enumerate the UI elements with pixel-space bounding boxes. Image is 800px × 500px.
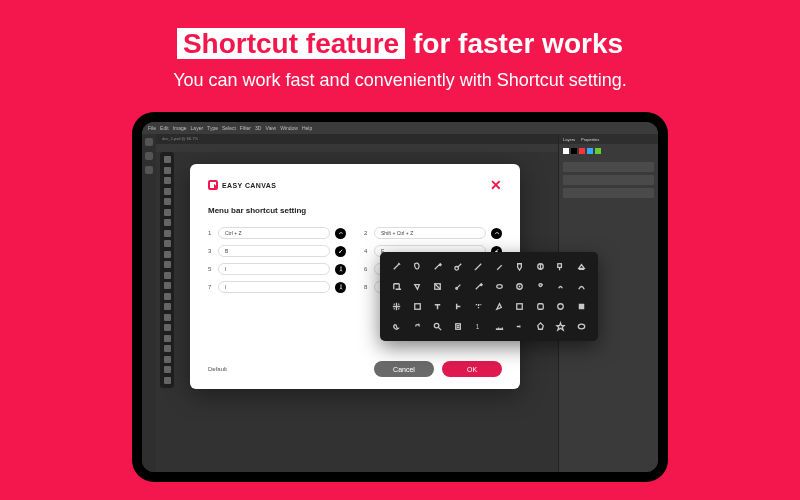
menu-item[interactable]: Select (222, 125, 236, 131)
shortcut-tool-icon[interactable] (335, 282, 346, 293)
dodge-icon[interactable] (534, 280, 547, 293)
pen-icon[interactable] (493, 260, 506, 273)
tool-icon[interactable] (164, 219, 171, 226)
typemask-icon[interactable] (472, 300, 485, 313)
panel-tab[interactable]: Properties (581, 137, 599, 142)
tool-icon[interactable] (164, 272, 171, 279)
swatch[interactable] (563, 148, 569, 154)
rect-icon[interactable] (513, 300, 526, 313)
swatch[interactable] (595, 148, 601, 154)
rail-icon[interactable] (145, 138, 153, 146)
shortcut-tool-icon[interactable] (335, 246, 346, 257)
tool-icon[interactable] (164, 293, 171, 300)
tool-icon[interactable] (164, 261, 171, 268)
eraser-icon[interactable] (575, 260, 588, 273)
menu-item[interactable]: Help (302, 125, 312, 131)
tool-icon[interactable] (164, 366, 171, 373)
ruler-icon[interactable] (493, 320, 506, 333)
path-icon[interactable] (493, 300, 506, 313)
count-icon[interactable]: 1 (472, 320, 485, 333)
healing-icon[interactable] (452, 260, 465, 273)
tool-icon[interactable] (164, 156, 171, 163)
tool-icon[interactable] (164, 167, 171, 174)
shortcut-input[interactable]: I (218, 281, 330, 293)
ok-button[interactable]: OK (442, 361, 502, 377)
layer-row[interactable] (563, 175, 654, 185)
eyedropper-icon[interactable] (452, 280, 465, 293)
zoom-icon[interactable] (431, 320, 444, 333)
typevert-icon[interactable] (452, 300, 465, 313)
layer-row[interactable] (563, 188, 654, 198)
swatch[interactable] (579, 148, 585, 154)
spot-icon[interactable] (513, 280, 526, 293)
menu-item[interactable]: File (148, 125, 156, 131)
line-icon[interactable] (513, 320, 526, 333)
poly-icon[interactable] (534, 320, 547, 333)
shortcut-tool-icon[interactable] (491, 228, 502, 239)
icon-palette[interactable]: 1 (380, 252, 598, 341)
tool-icon[interactable] (164, 188, 171, 195)
blur-icon[interactable] (534, 260, 547, 273)
gradient-icon[interactable] (431, 280, 444, 293)
rail-icon[interactable] (145, 152, 153, 160)
close-icon[interactable]: ✕ (490, 178, 502, 192)
rotate-icon[interactable] (411, 320, 424, 333)
brush-icon[interactable] (431, 260, 444, 273)
menu-item[interactable]: 3D (255, 125, 261, 131)
shortcut-tool-icon[interactable] (335, 264, 346, 275)
menu-item[interactable]: Filter (240, 125, 251, 131)
brushalt-icon[interactable] (472, 280, 485, 293)
tool-icon[interactable] (164, 345, 171, 352)
tool-icon[interactable] (164, 335, 171, 342)
menu-item[interactable]: View (265, 125, 276, 131)
tool-icon[interactable] (164, 230, 171, 237)
slice-icon[interactable] (411, 280, 424, 293)
tool-icon[interactable] (164, 240, 171, 247)
stamp-icon[interactable] (554, 260, 567, 273)
bucket-icon[interactable] (513, 260, 526, 273)
cancel-button[interactable]: Cancel (374, 361, 434, 377)
roundrect-icon[interactable] (534, 300, 547, 313)
custom-icon[interactable] (554, 320, 567, 333)
menu-item[interactable]: Type (207, 125, 218, 131)
pencil-icon[interactable] (472, 260, 485, 273)
tool-icon[interactable] (164, 377, 171, 384)
tool-icon[interactable] (164, 303, 171, 310)
burn-icon[interactable] (554, 280, 567, 293)
ellipsealt-icon[interactable] (575, 320, 588, 333)
document-tab[interactable]: doc_1.psd @ 66.7% (156, 134, 558, 144)
artboard-icon[interactable] (411, 300, 424, 313)
tool-icon[interactable] (164, 198, 171, 205)
tool-icon[interactable] (164, 209, 171, 216)
shortcut-tool-icon[interactable] (335, 228, 346, 239)
hand-icon[interactable] (390, 320, 403, 333)
rectfilled-icon[interactable] (575, 300, 588, 313)
default-link[interactable]: Default (208, 366, 227, 372)
shortcut-input[interactable]: B (218, 245, 330, 257)
swatch[interactable] (587, 148, 593, 154)
menu-item[interactable]: Image (173, 125, 187, 131)
lasso-icon[interactable] (411, 260, 424, 273)
smudge-icon[interactable] (575, 280, 588, 293)
ellipse-icon[interactable] (554, 300, 567, 313)
tool-icon[interactable] (164, 251, 171, 258)
tool-icon[interactable] (164, 356, 171, 363)
sponge-icon[interactable] (493, 280, 506, 293)
tool-icon[interactable] (164, 324, 171, 331)
rail-icon[interactable] (145, 166, 153, 174)
tool-icon[interactable] (164, 314, 171, 321)
menu-item[interactable]: Edit (160, 125, 169, 131)
shortcut-input[interactable]: Ctrl + Z (218, 227, 330, 239)
panel-tab[interactable]: Layers (563, 137, 575, 142)
tool-icon[interactable] (164, 282, 171, 289)
shortcut-input[interactable]: Shift + Ctrl + Z (374, 227, 486, 239)
wand-icon[interactable] (390, 260, 403, 273)
menu-item[interactable]: Layer (191, 125, 204, 131)
tool-icon[interactable] (164, 177, 171, 184)
shortcut-input[interactable]: I (218, 263, 330, 275)
menu-item[interactable]: Window (280, 125, 298, 131)
layer-row[interactable] (563, 162, 654, 172)
note-icon[interactable] (452, 320, 465, 333)
move-icon[interactable] (390, 300, 403, 313)
type-icon[interactable] (431, 300, 444, 313)
